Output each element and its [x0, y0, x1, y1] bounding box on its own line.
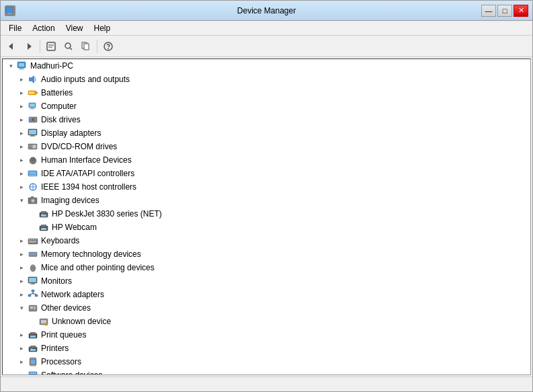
- expand-software[interactable]: [16, 370, 27, 375]
- unknown-label: Unknown device: [52, 317, 111, 326]
- svg-rect-15: [19, 63, 24, 67]
- svg-rect-54: [41, 211, 46, 213]
- menu-view[interactable]: View: [60, 22, 89, 34]
- tree-network[interactable]: Network adapters: [3, 288, 530, 301]
- tree-mice[interactable]: Mice and other pointing devices: [3, 261, 530, 274]
- imaging-icon: [27, 194, 39, 206]
- tree-software[interactable]: Software devices: [3, 368, 530, 375]
- title-bar: Device Manager — □ ✕: [1, 1, 532, 21]
- toolbar-separator-1: [40, 40, 40, 53]
- expand-dvd[interactable]: [16, 141, 27, 152]
- svg-rect-80: [32, 290, 34, 292]
- tree-dvd[interactable]: DVD/CD-ROM drives: [3, 140, 530, 153]
- tree-batteries[interactable]: Batteries: [3, 86, 530, 100]
- tree-ide[interactable]: IDE ATA/ATAPI controllers: [3, 167, 530, 180]
- expand-ieee[interactable]: [16, 182, 27, 192]
- svg-rect-29: [30, 118, 32, 119]
- menu-file[interactable]: File: [3, 22, 27, 34]
- expand-ide[interactable]: [16, 168, 27, 179]
- expand-network[interactable]: [16, 289, 27, 300]
- expand-root[interactable]: [5, 61, 16, 71]
- expand-other[interactable]: [16, 303, 27, 313]
- monitors-label: Monitors: [41, 276, 72, 286]
- back-button[interactable]: [3, 38, 19, 54]
- tree-hp-webcam[interactable]: HP Webcam: [3, 221, 530, 234]
- forward-button[interactable]: [21, 38, 37, 54]
- expand-batteries[interactable]: [16, 87, 27, 98]
- disk-label: Disk drives: [41, 115, 81, 124]
- svg-rect-102: [31, 360, 35, 364]
- tree-disk[interactable]: Disk drives: [3, 113, 530, 126]
- expand-printers[interactable]: [16, 343, 27, 354]
- expand-audio[interactable]: [16, 74, 27, 85]
- monitor-icon: [27, 275, 39, 287]
- tree-unknown[interactable]: ! Unknown device: [3, 315, 530, 328]
- properties-button[interactable]: [43, 38, 59, 54]
- expand-memory[interactable]: [16, 249, 27, 260]
- svg-rect-69: [33, 253, 34, 256]
- status-bar: [1, 377, 532, 391]
- svg-rect-68: [32, 253, 33, 256]
- device-tree[interactable]: Madhuri-PC Audio inputs and outputs: [2, 58, 531, 375]
- menu-action[interactable]: Action: [27, 22, 60, 34]
- ide-icon: [27, 167, 39, 180]
- expand-keyboards[interactable]: [16, 235, 27, 246]
- svg-rect-56: [42, 214, 43, 214]
- update-button[interactable]: [78, 38, 94, 54]
- expand-processors[interactable]: [16, 356, 27, 367]
- tree-memory[interactable]: Memory technology devices: [3, 247, 530, 261]
- tree-other[interactable]: Other devices: [3, 301, 530, 315]
- computer-label: Computer: [41, 102, 77, 111]
- svg-rect-61: [29, 239, 30, 241]
- expand-printq[interactable]: [16, 329, 27, 340]
- tree-printers[interactable]: Printers: [3, 342, 530, 355]
- expand-display[interactable]: [16, 128, 27, 139]
- tree-computer[interactable]: Computer: [3, 100, 530, 113]
- tree-audio[interactable]: Audio inputs and outputs: [3, 73, 530, 86]
- svg-rect-16: [19, 68, 24, 69]
- expand-hid[interactable]: [16, 155, 27, 165]
- tree-hid[interactable]: Human Interface Devices: [3, 153, 530, 167]
- software-label: Software devices: [41, 370, 102, 375]
- audio-label: Audio inputs and outputs: [41, 75, 130, 84]
- tree-printq[interactable]: Print queues: [3, 328, 530, 342]
- svg-rect-111: [30, 375, 36, 375]
- scan-button[interactable]: [60, 38, 77, 54]
- svg-rect-67: [30, 253, 31, 256]
- expand-imaging[interactable]: [16, 195, 27, 206]
- svg-rect-45: [29, 175, 36, 176]
- mouse-icon: [27, 262, 39, 274]
- maximize-button[interactable]: □: [497, 5, 512, 17]
- svg-rect-18: [29, 77, 32, 81]
- tree-keyboards[interactable]: Keyboards: [3, 234, 530, 247]
- menu-help[interactable]: Help: [89, 22, 116, 34]
- tree-processors[interactable]: Processors: [3, 355, 530, 368]
- tree-display[interactable]: Display adapters: [3, 126, 530, 140]
- memory-icon: [27, 248, 39, 260]
- toolbar: [1, 36, 532, 57]
- expand-monitors[interactable]: [16, 276, 27, 286]
- expand-mice[interactable]: [16, 262, 27, 273]
- tree-hp-deskjet[interactable]: HP DeskJet 3830 series (NET): [3, 207, 530, 221]
- tree-root[interactable]: Madhuri-PC: [3, 59, 530, 73]
- svg-rect-32: [31, 135, 34, 136]
- unknown-icon: !: [38, 315, 50, 327]
- svg-rect-81: [28, 295, 31, 297]
- computer2-icon: [27, 100, 39, 112]
- help-button[interactable]: [100, 38, 116, 54]
- svg-rect-0: [6, 7, 13, 13]
- svg-rect-43: [29, 171, 36, 173]
- svg-rect-82: [35, 295, 38, 297]
- expand-computer[interactable]: [16, 101, 27, 112]
- minimize-button[interactable]: —: [481, 5, 496, 17]
- printer-icon: [38, 208, 50, 220]
- close-button[interactable]: ✕: [514, 5, 528, 17]
- expand-disk[interactable]: [16, 114, 27, 125]
- tree-monitors[interactable]: Monitors: [3, 274, 530, 288]
- memory-label: Memory technology devices: [41, 249, 141, 259]
- network-icon: [27, 288, 39, 301]
- tree-imaging[interactable]: Imaging devices: [3, 194, 530, 207]
- tree-ieee[interactable]: IEEE 1394 host controllers: [3, 180, 530, 194]
- svg-marker-3: [9, 43, 13, 50]
- webcam-icon: [38, 221, 50, 233]
